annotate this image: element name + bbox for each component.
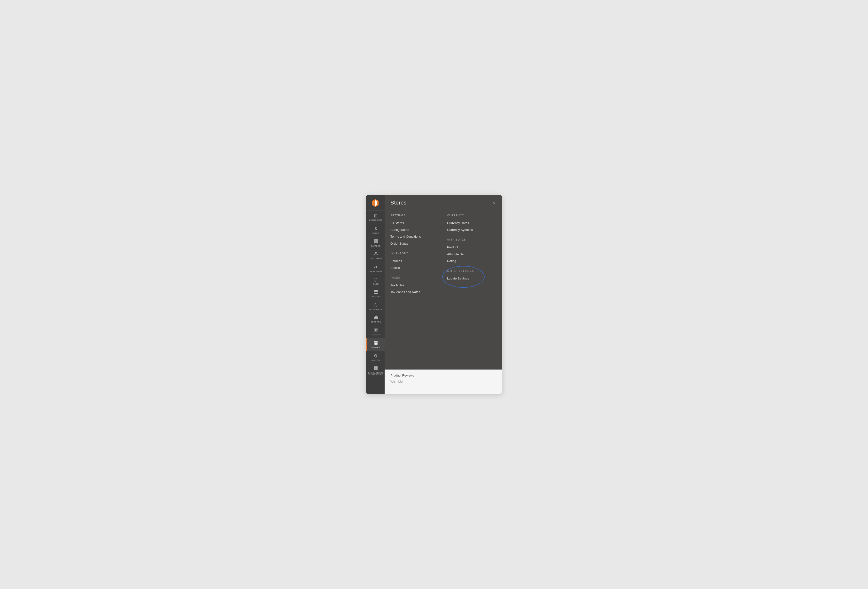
attributes-heading: Attributes [447, 238, 496, 241]
svg-rect-17 [376, 367, 378, 368]
sidebar-item-find-partners[interactable]: FIND PARTNERS& EXTENSIONS [366, 364, 385, 378]
svg-rect-7 [376, 292, 378, 292]
currency-symbols-link[interactable]: Currency Symbols [447, 227, 496, 233]
sidebar-item-catalog[interactable]: CATALOG [366, 236, 385, 249]
inventory-heading: Inventory [390, 252, 439, 255]
sidebar-item-label: CATALOG [371, 245, 381, 247]
sidebar-item-label: STORES [372, 347, 380, 349]
find-partners-icon [374, 366, 378, 371]
reports-icon [374, 315, 378, 320]
stores-modal: Stores × Settings All Stores Configurati… [385, 195, 502, 394]
taxes-section: Taxes Tax Rules Tax Zones and Rates [390, 276, 439, 296]
stocks-link[interactable]: Stocks [390, 265, 439, 271]
modal-title: Stores [390, 200, 407, 206]
sidebar-item-sage[interactable]: ⬡ SAGE [366, 275, 385, 287]
attribute-set-link[interactable]: Attribute Set [447, 251, 496, 258]
sidebar-item-label: DASHBOARD [369, 219, 382, 221]
sidebar-item-label: FIND PARTNERS& EXTENSIONS [368, 372, 383, 376]
other-settings-heading: Other Settings [447, 269, 496, 272]
svg-rect-18 [374, 368, 376, 370]
modal-body: Settings All Stores Configuration Terms … [385, 209, 502, 394]
svg-rect-5 [374, 290, 376, 292]
sidebar-item-customers[interactable]: CUSTOMERS [366, 249, 385, 262]
taxes-heading: Taxes [390, 276, 439, 279]
svg-rect-9 [374, 317, 375, 319]
rating-link[interactable]: Rating [447, 258, 496, 265]
settings-heading: Settings [390, 214, 439, 217]
currency-rates-link[interactable]: Currency Rates [447, 220, 496, 227]
sidebar-item-content[interactable]: CONTENT [366, 287, 385, 300]
sidebar-item-system[interactable]: ⚙ SYSTEM [366, 351, 385, 364]
sales-icon: ＄ [373, 226, 378, 231]
app-wrapper: ⊞ DASHBOARD ＄ SALES CATALOG [366, 195, 502, 394]
settings-section: Settings All Stores Configuration Terms … [390, 214, 439, 247]
other-settings-section: Other Settings Loqate Settings [447, 269, 496, 282]
scommerce-icon: ⬡ [374, 302, 378, 308]
stores-icon [374, 340, 378, 346]
sidebar-item-amasty[interactable]: AMASTY [366, 325, 385, 338]
tax-zones-rates-link[interactable]: Tax Zones and Rates [390, 289, 439, 296]
svg-rect-3 [376, 241, 378, 243]
sidebar-item-marketing[interactable]: MARKETING [366, 262, 385, 275]
content-icon [374, 290, 378, 295]
svg-point-4 [375, 252, 376, 253]
system-icon: ⚙ [374, 353, 378, 359]
sidebar-item-sales[interactable]: ＄ SALES [366, 223, 385, 236]
sage-icon: ⬡ [374, 277, 378, 283]
customers-icon [374, 252, 378, 257]
svg-rect-10 [375, 316, 376, 319]
sidebar-logo [366, 195, 385, 211]
sidebar-item-stores[interactable]: STORES [366, 338, 385, 351]
main-panel: Stores × Settings All Stores Configurati… [385, 195, 502, 394]
sidebar-item-label: SALES [372, 232, 379, 234]
svg-rect-16 [374, 367, 376, 368]
loqate-settings-link[interactable]: Loqate Settings [447, 275, 496, 282]
svg-rect-11 [376, 315, 377, 319]
currency-section: Currency Currency Rates Currency Symbols [447, 214, 496, 233]
marketing-icon [374, 264, 378, 270]
amasty-icon [374, 328, 378, 333]
tax-rules-link[interactable]: Tax Rules [390, 282, 439, 289]
svg-rect-12 [377, 317, 378, 319]
bottom-panel: Product Reviews Wish List [385, 370, 502, 394]
sidebar-item-label: REPORTS [371, 321, 381, 323]
dashboard-icon: ⊞ [374, 213, 378, 218]
sidebar-item-reports[interactable]: REPORTS [366, 312, 385, 325]
sidebar-item-dashboard[interactable]: ⊞ DASHBOARD [366, 211, 385, 223]
sidebar-item-label: MARKETING [369, 271, 382, 273]
attributes-section: Attributes Product Attribute Set Rating [447, 238, 496, 265]
modal-right-column: Currency Currency Rates Currency Symbols… [443, 209, 496, 300]
modal-left-column: Settings All Stores Configuration Terms … [390, 209, 443, 300]
order-status-link[interactable]: Order Status [390, 240, 439, 247]
all-stores-link[interactable]: All Stores [390, 220, 439, 227]
svg-rect-15 [375, 343, 376, 345]
terms-conditions-link[interactable]: Terms and Conditions [390, 233, 439, 240]
inventory-section: Inventory Sources Stocks [390, 252, 439, 271]
currency-heading: Currency [447, 214, 496, 217]
svg-rect-0 [374, 239, 376, 241]
sidebar-item-label: SCOMMERCE [369, 309, 383, 311]
modal-close-button[interactable]: × [492, 200, 496, 206]
modal-header: Stores × [385, 195, 502, 209]
sources-link[interactable]: Sources [390, 258, 439, 265]
sidebar-item-label: AMASTY [372, 334, 380, 336]
product-link[interactable]: Product [447, 244, 496, 251]
modal-columns: Settings All Stores Configuration Terms … [390, 209, 496, 300]
sidebar-item-label: CUSTOMERS [369, 258, 382, 260]
svg-rect-1 [376, 239, 378, 241]
svg-rect-6 [376, 290, 378, 291]
configuration-link[interactable]: Configuration [390, 227, 439, 233]
svg-rect-2 [374, 241, 376, 243]
sidebar-item-label: SAGE [373, 283, 379, 285]
sidebar-item-scommerce[interactable]: ⬡ SCOMMERCE [366, 300, 385, 313]
sidebar-item-label: CONTENT [371, 296, 381, 298]
catalog-icon [374, 239, 378, 244]
sidebar: ⊞ DASHBOARD ＄ SALES CATALOG [366, 195, 385, 394]
wish-list-label: Wish List [390, 379, 496, 384]
svg-rect-19 [376, 368, 378, 370]
product-reviews-link[interactable]: Product Reviews [390, 373, 496, 378]
svg-rect-8 [374, 293, 378, 294]
sidebar-item-label: SYSTEM [372, 359, 380, 362]
